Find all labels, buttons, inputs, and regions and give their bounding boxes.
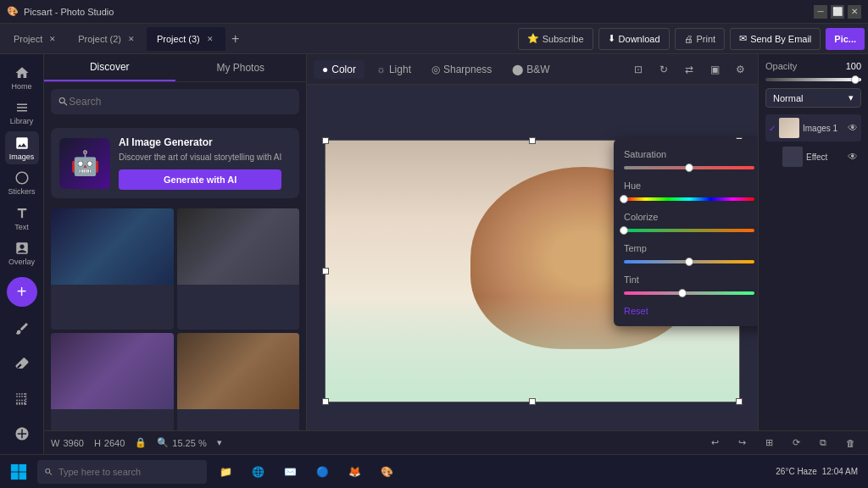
light-tab[interactable]: ☼ Light [368,60,420,79]
taskbar-app-chrome[interactable]: 🔵 [307,457,337,487]
add-tab-button[interactable]: + [225,29,246,49]
sidebar-item-brush[interactable] [5,312,39,345]
reset-button[interactable]: Reset [624,306,758,316]
bw-tab[interactable]: ⬤ B&W [504,60,558,79]
sharpness-icon: ◎ [431,64,440,75]
download-icon: ⬇ [608,33,615,44]
sidebar-item-overlay[interactable]: Overlay [5,236,39,269]
minimize-button[interactable]: ─ [814,5,827,19]
handle-bottom-left[interactable] [322,398,329,405]
width-value: 3960 [63,438,83,448]
generate-button[interactable]: Generate with AI [119,169,281,190]
tab-close-3[interactable]: ✕ [205,34,215,44]
layer-item-images[interactable]: ✓ Images 1 👁 [765,114,861,141]
taskbar-weather: 26°C Haze [776,467,816,476]
sidebar-item-images[interactable]: Images [5,131,39,164]
settings-icon[interactable]: ⚙ [729,58,751,80]
aspect-icon[interactable]: ▣ [704,58,726,80]
sharpness-tab[interactable]: ◎ Sharpness [423,60,500,79]
layer-effect-visibility-icon[interactable]: 👁 [848,151,858,163]
tab-bar: Project ✕ Project (2) ✕ Project (3) ✕ + … [0,24,868,54]
taskbar-search-input[interactable] [58,467,200,477]
tab-close-1[interactable]: ✕ [47,34,58,44]
colorize-slider-row: 0 [624,225,758,235]
discover-tab[interactable]: Discover [44,54,175,81]
undo-button[interactable]: ↩ [704,432,726,454]
rotate-icon[interactable]: ↻ [653,58,675,80]
temp-slider[interactable] [624,260,754,263]
handle-top-center[interactable] [529,137,536,144]
blend-mode-select[interactable]: Normal ▾ [765,88,861,108]
history-button[interactable]: ⟳ [785,432,807,454]
sharpness-label: Sharpness [443,64,492,75]
subscribe-button[interactable]: ⭐ Subscribe [518,28,593,50]
height-item: H 2640 [94,438,125,448]
list-item[interactable] [177,208,300,330]
list-item[interactable] [51,208,174,330]
sidebar-item-eraser[interactable] [5,347,39,380]
handle-bottom-right[interactable] [736,398,743,405]
handle-bottom-center[interactable] [529,398,536,405]
redo-button[interactable]: ↪ [731,432,753,454]
tool-bar: ● Color ☼ Light ◎ Sharpness ⬤ B&W ⊡ ↻ ⇄ … [307,54,758,85]
svg-rect-0 [11,463,19,471]
taskbar-app-mail[interactable]: ✉️ [275,457,305,487]
handle-top-left[interactable] [322,137,329,144]
start-button[interactable] [3,457,34,487]
sidebar-item-stickers[interactable]: Stickers [5,166,39,199]
delete-button[interactable]: 🗑 [839,432,861,454]
add-new-button[interactable]: + [7,277,37,308]
download-label: Download [619,34,660,44]
close-button[interactable]: ✕ [848,5,861,19]
tab-label: Project (2) [78,34,121,44]
library-label: Library [10,117,34,125]
bw-icon: ⬤ [512,64,523,75]
width-item: W 3960 [51,438,84,448]
color-tab[interactable]: ● Color [314,60,364,79]
tint-slider[interactable] [624,291,754,295]
send-email-button[interactable]: ✉ Send By Email [730,28,821,50]
tab-project-2[interactable]: Project (2) ✕ [68,27,147,51]
taskbar-app-file-explorer[interactable]: 📁 [210,457,241,487]
colorize-slider[interactable] [624,229,754,232]
colorize-row: Colorize 0 [624,212,758,235]
picsart-button[interactable]: Pic... [826,28,865,50]
sidebar-item-library[interactable]: Library [5,96,39,129]
tab-label: Project (3) [157,34,200,44]
sidebar-item-selection[interactable] [5,382,39,415]
hue-slider[interactable] [624,197,754,201]
taskbar-app-firefox[interactable]: 🦊 [339,457,370,487]
taskbar-search-icon [44,467,53,477]
lock-item[interactable]: 🔒 [135,437,147,448]
search-input[interactable] [69,96,292,108]
copy-button[interactable]: ⧉ [812,432,834,454]
layer-visibility-icon[interactable]: 👁 [848,122,858,134]
width-label: W [51,438,59,448]
tab-project-1[interactable]: Project ✕ [3,27,68,51]
handle-middle-left[interactable] [322,268,329,274]
taskbar-app-edge[interactable]: 🌐 [242,457,273,487]
sidebar-item-heal[interactable] [5,418,39,451]
opacity-slider[interactable] [765,78,861,81]
title-bar-controls: ─ ⬜ ✕ [814,5,861,19]
flip-icon[interactable]: ⇄ [678,58,700,80]
height-label: H [94,438,101,448]
tab-close-2[interactable]: ✕ [126,34,136,44]
sidebar-item-text[interactable]: Text [5,202,39,235]
opacity-row: Opacity 100 [765,61,861,71]
sidebar-item-home[interactable]: Home [5,61,39,94]
tab-project-3[interactable]: Project (3) ✕ [147,27,225,51]
saturation-slider[interactable] [624,166,754,169]
print-button[interactable]: 🖨 Print [675,28,726,50]
download-button[interactable]: ⬇ Download [598,28,670,50]
zoom-dropdown-icon[interactable]: ▾ [217,437,222,448]
photo-grid [44,205,306,458]
my-photos-tab[interactable]: My Photos [175,54,307,81]
temp-row: Temp 0 [624,243,758,266]
crop-icon[interactable]: ⊡ [627,58,649,80]
align-button[interactable]: ⊞ [758,432,780,454]
print-icon: 🖨 [684,34,693,44]
taskbar-app-picsart[interactable]: 🎨 [371,457,402,487]
layer-item-effect[interactable]: Effect 👁 [765,143,861,170]
maximize-button[interactable]: ⬜ [831,5,844,19]
